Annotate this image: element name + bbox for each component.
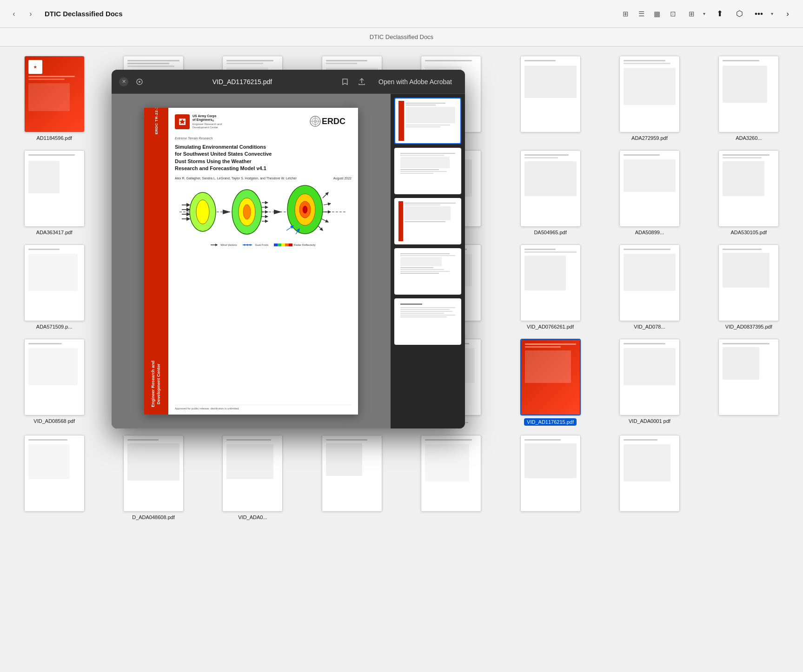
list-item[interactable]: ADA571509.p... [9,244,99,329]
subtitle-bar: DTIC Declassified Docs [0,28,803,46]
quicklook-close-button[interactable]: ✕ [119,77,128,86]
file-thumbnail [24,339,85,415]
open-with-acrobat-button[interactable]: Open with Adobe Acrobat [373,75,458,88]
collapse-button[interactable]: › [780,6,796,22]
pdf-authors: Alex R. Gallagher, Sandra L. LeGrand, Ta… [175,176,352,181]
file-name: DA504965.pdf [534,230,566,235]
subtitle-text: DTIC Declassified Docs [370,33,433,40]
extra-view-button[interactable]: ⊞ [684,7,699,21]
list-item[interactable]: ADA363417.pdf [9,150,99,235]
file-name: ADA272959.pdf [631,135,668,141]
file-name: VID_AD0766261.pdf [527,324,574,329]
svg-rect-42 [274,244,278,246]
more-dropdown-button[interactable]: ▾ [768,7,776,21]
list-item[interactable]: VID_AD0766261.pdf [505,244,595,329]
svg-line-33 [322,219,328,222]
svg-marker-41 [249,244,251,246]
list-item[interactable] [704,339,794,426]
svg-marker-16 [223,210,231,214]
file-thumbnail [520,435,581,512]
list-item[interactable]: ADA50899... [604,150,694,235]
pdf-figure-area: Wind Vectors [175,184,352,401]
list-item[interactable]: ADA530105.pdf [704,150,794,235]
page-thumbnail-2[interactable] [394,148,461,194]
file-name: ADA363417.pdf [36,230,73,235]
view-dropdown-button[interactable]: ▾ [700,7,708,21]
list-item[interactable]: ADA272959.pdf [604,56,694,141]
file-name: ADA3260... [736,135,762,141]
file-thumbnail [421,435,481,512]
column-view-button[interactable]: ▦ [650,7,664,21]
legend-radar: Radar Reflectivity [274,243,316,247]
file-thumbnail [520,150,581,227]
file-name: VID_AD1176215.pdf [524,418,577,426]
list-item[interactable] [9,435,99,520]
quicklook-main-page: ERDC TR-22-11 Engineer Research andDevel… [112,94,391,428]
pdf-main-content: US Army Corps of Engineers® Engineer Res… [168,108,358,415]
file-name: VID_ADA0... [238,514,267,520]
gallery-view-button[interactable]: ⊡ [665,7,680,21]
list-item[interactable]: ADA3260... [704,56,794,141]
file-thumbnail [619,56,680,132]
page-thumbnail-4[interactable] [394,248,461,295]
list-item[interactable]: VID_AD1176215.pdf [505,339,595,426]
quicklook-bookmark-button[interactable] [339,76,351,87]
pdf-title: Simulating Environmental Conditions for … [175,144,352,172]
page-thumbnail-5[interactable] [394,298,461,345]
list-view-button[interactable]: ☰ [634,7,649,21]
file-thumbnail [24,435,85,512]
file-thumbnail [718,244,779,321]
list-item[interactable]: DA504965.pdf [505,150,595,235]
svg-line-35 [286,226,293,231]
file-name: ADA50899... [635,230,664,235]
grid-view-button[interactable]: ⊞ [618,7,633,21]
quicklook-lock-button[interactable] [134,76,145,87]
list-item[interactable] [604,435,694,520]
quicklook-popup: ✕ VID_AD1176215.pdf [112,70,465,428]
legend-gust: Gust Front [243,243,268,247]
list-item[interactable] [505,435,595,520]
svg-rect-46 [289,244,292,246]
quicklook-sidebar [391,94,465,428]
list-item[interactable]: VID_ADA0... [208,435,298,520]
file-name: D_ADA048608.pdf [132,514,175,520]
svg-point-1 [139,81,140,83]
file-name: AD1184596.pdf [36,135,72,141]
list-item[interactable]: ★ AD1184596.pdf [9,56,99,141]
svg-point-19 [243,204,251,219]
list-item[interactable] [307,435,397,520]
file-thumbnail [619,435,680,512]
quicklook-share-button[interactable] [356,76,367,87]
forward-button[interactable]: › [24,7,37,20]
page-thumbnail-1[interactable] [394,98,461,144]
share-button[interactable]: ⬆ [712,6,728,22]
file-thumbnail [718,339,779,415]
pdf-terrain-label: Extreme Terrain Research [175,137,352,140]
list-item[interactable]: D_ADA048608.pdf [108,435,198,520]
file-thumbnail [222,435,283,512]
file-thumbnail [718,150,779,227]
more-actions-group: ••• ▾ [751,6,776,22]
file-name: VID_AD078... [634,324,665,329]
file-thumbnail: ★ [24,56,85,132]
file-thumbnail [322,435,382,512]
file-name: VID_ADA0001 pdf [629,418,670,424]
pdf-header-row: US Army Corps of Engineers® Engineer Res… [175,114,352,130]
file-thumbnail [619,150,680,227]
svg-point-11 [196,200,209,224]
list-item[interactable]: VID_AD08568 pdf [9,339,99,426]
page-thumbnail-3[interactable] [394,198,461,244]
list-item[interactable] [406,435,496,520]
file-name: VID_AD08568 pdf [33,418,75,424]
file-thumbnail [520,244,581,321]
svg-rect-43 [278,244,281,246]
pdf-left-strip: ERDC TR-22-11 Engineer Research andDevel… [144,108,168,415]
list-item[interactable] [505,56,595,141]
pdf-tr-label: ERDC TR-22-11 [154,108,159,134]
back-button[interactable]: ‹ [7,7,20,20]
list-item[interactable]: VID_AD0837395.pdf [704,244,794,329]
tag-button[interactable]: ⬡ [731,6,747,22]
list-item[interactable]: VID_ADA0001 pdf [604,339,694,426]
list-item[interactable]: VID_AD078... [604,244,694,329]
more-button[interactable]: ••• [751,6,767,22]
